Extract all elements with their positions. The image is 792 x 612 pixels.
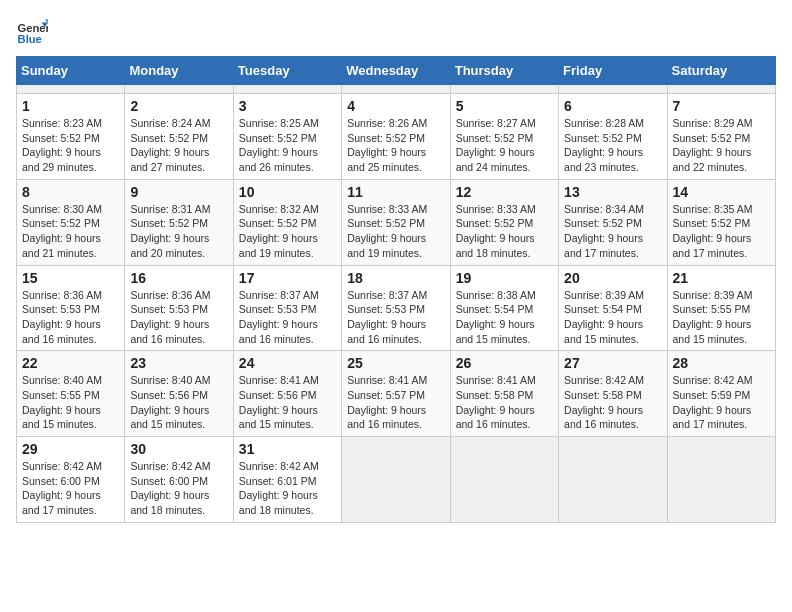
calendar-cell	[450, 437, 558, 523]
header-tuesday: Tuesday	[233, 57, 341, 85]
day-number: 9	[130, 184, 227, 200]
calendar-cell: 30Sunrise: 8:42 AMSunset: 6:00 PMDayligh…	[125, 437, 233, 523]
day-number: 10	[239, 184, 336, 200]
calendar-week-row	[17, 85, 776, 94]
header-monday: Monday	[125, 57, 233, 85]
day-number: 3	[239, 98, 336, 114]
calendar-cell: 16Sunrise: 8:36 AMSunset: 5:53 PMDayligh…	[125, 265, 233, 351]
day-number: 1	[22, 98, 119, 114]
calendar-cell	[667, 437, 775, 523]
day-info: Sunrise: 8:42 AMSunset: 5:59 PMDaylight:…	[673, 373, 770, 432]
calendar-cell: 6Sunrise: 8:28 AMSunset: 5:52 PMDaylight…	[559, 94, 667, 180]
calendar-cell: 13Sunrise: 8:34 AMSunset: 5:52 PMDayligh…	[559, 179, 667, 265]
day-info: Sunrise: 8:37 AMSunset: 5:53 PMDaylight:…	[347, 288, 444, 347]
day-info: Sunrise: 8:30 AMSunset: 5:52 PMDaylight:…	[22, 202, 119, 261]
calendar-cell: 29Sunrise: 8:42 AMSunset: 6:00 PMDayligh…	[17, 437, 125, 523]
calendar-cell: 28Sunrise: 8:42 AMSunset: 5:59 PMDayligh…	[667, 351, 775, 437]
calendar-week-row: 22Sunrise: 8:40 AMSunset: 5:55 PMDayligh…	[17, 351, 776, 437]
calendar-cell: 26Sunrise: 8:41 AMSunset: 5:58 PMDayligh…	[450, 351, 558, 437]
calendar-cell: 27Sunrise: 8:42 AMSunset: 5:58 PMDayligh…	[559, 351, 667, 437]
calendar-week-row: 29Sunrise: 8:42 AMSunset: 6:00 PMDayligh…	[17, 437, 776, 523]
day-number: 4	[347, 98, 444, 114]
day-info: Sunrise: 8:25 AMSunset: 5:52 PMDaylight:…	[239, 116, 336, 175]
calendar-week-row: 8Sunrise: 8:30 AMSunset: 5:52 PMDaylight…	[17, 179, 776, 265]
calendar-table: SundayMondayTuesdayWednesdayThursdayFrid…	[16, 56, 776, 523]
day-info: Sunrise: 8:36 AMSunset: 5:53 PMDaylight:…	[22, 288, 119, 347]
calendar-cell	[450, 85, 558, 94]
day-info: Sunrise: 8:42 AMSunset: 5:58 PMDaylight:…	[564, 373, 661, 432]
calendar-cell: 17Sunrise: 8:37 AMSunset: 5:53 PMDayligh…	[233, 265, 341, 351]
page-header: General Blue	[16, 16, 776, 48]
calendar-cell: 2Sunrise: 8:24 AMSunset: 5:52 PMDaylight…	[125, 94, 233, 180]
day-number: 5	[456, 98, 553, 114]
calendar-cell: 3Sunrise: 8:25 AMSunset: 5:52 PMDaylight…	[233, 94, 341, 180]
day-number: 19	[456, 270, 553, 286]
day-number: 26	[456, 355, 553, 371]
day-number: 13	[564, 184, 661, 200]
header-thursday: Thursday	[450, 57, 558, 85]
calendar-cell: 15Sunrise: 8:36 AMSunset: 5:53 PMDayligh…	[17, 265, 125, 351]
calendar-cell: 1Sunrise: 8:23 AMSunset: 5:52 PMDaylight…	[17, 94, 125, 180]
day-info: Sunrise: 8:40 AMSunset: 5:55 PMDaylight:…	[22, 373, 119, 432]
calendar-cell: 5Sunrise: 8:27 AMSunset: 5:52 PMDaylight…	[450, 94, 558, 180]
logo: General Blue	[16, 16, 52, 48]
day-number: 22	[22, 355, 119, 371]
day-info: Sunrise: 8:36 AMSunset: 5:53 PMDaylight:…	[130, 288, 227, 347]
day-number: 23	[130, 355, 227, 371]
calendar-cell: 9Sunrise: 8:31 AMSunset: 5:52 PMDaylight…	[125, 179, 233, 265]
day-number: 11	[347, 184, 444, 200]
calendar-cell	[125, 85, 233, 94]
day-info: Sunrise: 8:41 AMSunset: 5:58 PMDaylight:…	[456, 373, 553, 432]
calendar-cell	[342, 437, 450, 523]
day-number: 17	[239, 270, 336, 286]
day-info: Sunrise: 8:31 AMSunset: 5:52 PMDaylight:…	[130, 202, 227, 261]
calendar-cell	[559, 85, 667, 94]
header-sunday: Sunday	[17, 57, 125, 85]
day-number: 20	[564, 270, 661, 286]
calendar-cell: 24Sunrise: 8:41 AMSunset: 5:56 PMDayligh…	[233, 351, 341, 437]
day-number: 15	[22, 270, 119, 286]
calendar-header-row: SundayMondayTuesdayWednesdayThursdayFrid…	[17, 57, 776, 85]
day-info: Sunrise: 8:41 AMSunset: 5:56 PMDaylight:…	[239, 373, 336, 432]
calendar-cell: 19Sunrise: 8:38 AMSunset: 5:54 PMDayligh…	[450, 265, 558, 351]
day-number: 18	[347, 270, 444, 286]
day-number: 12	[456, 184, 553, 200]
day-info: Sunrise: 8:29 AMSunset: 5:52 PMDaylight:…	[673, 116, 770, 175]
calendar-cell: 4Sunrise: 8:26 AMSunset: 5:52 PMDaylight…	[342, 94, 450, 180]
day-info: Sunrise: 8:33 AMSunset: 5:52 PMDaylight:…	[347, 202, 444, 261]
day-number: 6	[564, 98, 661, 114]
calendar-cell	[342, 85, 450, 94]
header-saturday: Saturday	[667, 57, 775, 85]
day-info: Sunrise: 8:34 AMSunset: 5:52 PMDaylight:…	[564, 202, 661, 261]
calendar-cell: 14Sunrise: 8:35 AMSunset: 5:52 PMDayligh…	[667, 179, 775, 265]
day-number: 2	[130, 98, 227, 114]
day-info: Sunrise: 8:39 AMSunset: 5:54 PMDaylight:…	[564, 288, 661, 347]
day-info: Sunrise: 8:32 AMSunset: 5:52 PMDaylight:…	[239, 202, 336, 261]
day-info: Sunrise: 8:33 AMSunset: 5:52 PMDaylight:…	[456, 202, 553, 261]
svg-text:Blue: Blue	[18, 33, 42, 45]
day-info: Sunrise: 8:27 AMSunset: 5:52 PMDaylight:…	[456, 116, 553, 175]
calendar-cell: 22Sunrise: 8:40 AMSunset: 5:55 PMDayligh…	[17, 351, 125, 437]
day-info: Sunrise: 8:42 AMSunset: 6:01 PMDaylight:…	[239, 459, 336, 518]
calendar-cell: 21Sunrise: 8:39 AMSunset: 5:55 PMDayligh…	[667, 265, 775, 351]
calendar-cell	[559, 437, 667, 523]
day-info: Sunrise: 8:24 AMSunset: 5:52 PMDaylight:…	[130, 116, 227, 175]
day-number: 30	[130, 441, 227, 457]
day-info: Sunrise: 8:41 AMSunset: 5:57 PMDaylight:…	[347, 373, 444, 432]
day-info: Sunrise: 8:28 AMSunset: 5:52 PMDaylight:…	[564, 116, 661, 175]
day-info: Sunrise: 8:35 AMSunset: 5:52 PMDaylight:…	[673, 202, 770, 261]
day-info: Sunrise: 8:42 AMSunset: 6:00 PMDaylight:…	[130, 459, 227, 518]
day-info: Sunrise: 8:23 AMSunset: 5:52 PMDaylight:…	[22, 116, 119, 175]
day-info: Sunrise: 8:39 AMSunset: 5:55 PMDaylight:…	[673, 288, 770, 347]
logo-icon: General Blue	[16, 16, 48, 48]
calendar-cell: 11Sunrise: 8:33 AMSunset: 5:52 PMDayligh…	[342, 179, 450, 265]
day-number: 14	[673, 184, 770, 200]
day-info: Sunrise: 8:40 AMSunset: 5:56 PMDaylight:…	[130, 373, 227, 432]
day-number: 29	[22, 441, 119, 457]
calendar-cell	[233, 85, 341, 94]
calendar-cell: 18Sunrise: 8:37 AMSunset: 5:53 PMDayligh…	[342, 265, 450, 351]
calendar-week-row: 1Sunrise: 8:23 AMSunset: 5:52 PMDaylight…	[17, 94, 776, 180]
calendar-cell: 23Sunrise: 8:40 AMSunset: 5:56 PMDayligh…	[125, 351, 233, 437]
calendar-cell: 31Sunrise: 8:42 AMSunset: 6:01 PMDayligh…	[233, 437, 341, 523]
calendar-cell: 8Sunrise: 8:30 AMSunset: 5:52 PMDaylight…	[17, 179, 125, 265]
